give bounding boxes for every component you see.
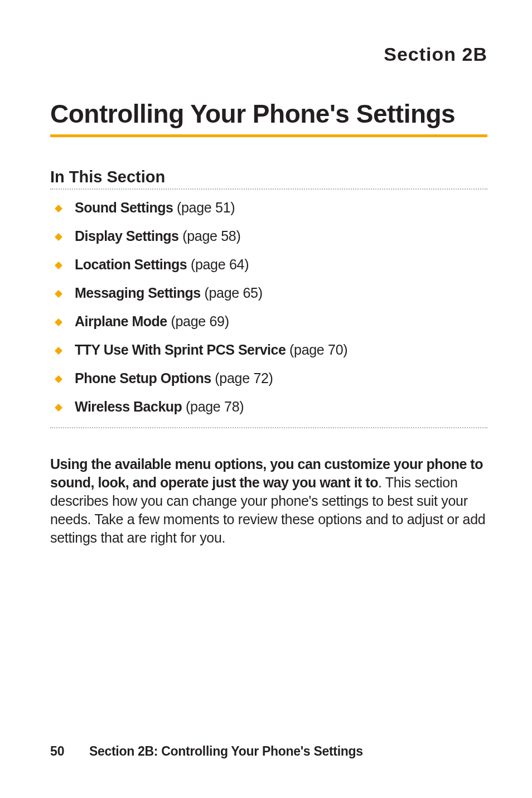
- svg-marker-5: [55, 347, 62, 355]
- svg-marker-6: [55, 375, 62, 383]
- diamond-bullet-icon: [55, 257, 62, 273]
- diamond-bullet-icon: [55, 285, 62, 301]
- page-footer: 50 Section 2B: Controlling Your Phone's …: [50, 744, 363, 759]
- intro-paragraph: Using the available menu options, you ca…: [50, 455, 487, 547]
- dotted-divider-top: [50, 188, 487, 190]
- toc-label: Display Settings: [75, 228, 179, 244]
- toc-label: Location Settings: [75, 257, 187, 272]
- toc-item: Wireless Backup (page 78): [55, 399, 487, 415]
- toc-list: Sound Settings (page 51) Display Setting…: [50, 200, 487, 415]
- toc-entry: Wireless Backup (page 78): [75, 399, 244, 415]
- diamond-bullet-icon: [55, 399, 62, 415]
- in-this-section-heading: In This Section: [50, 168, 487, 186]
- toc-item: Location Settings (page 64): [55, 257, 487, 273]
- toc-page-ref: (page 78): [182, 399, 244, 414]
- diamond-bullet-icon: [55, 228, 62, 244]
- footer-page-number: 50: [50, 744, 65, 758]
- toc-label: Phone Setup Options: [75, 370, 211, 386]
- page-title: Controlling Your Phone's Settings: [50, 99, 487, 129]
- svg-marker-0: [55, 205, 62, 212]
- toc-entry: Airplane Mode (page 69): [75, 313, 229, 330]
- footer-section-text: Section 2B: Controlling Your Phone's Set…: [89, 744, 363, 758]
- toc-item: TTY Use With Sprint PCS Service (page 70…: [55, 342, 487, 358]
- toc-item: Sound Settings (page 51): [55, 200, 487, 216]
- svg-marker-7: [55, 404, 62, 412]
- toc-item: Airplane Mode (page 69): [55, 313, 487, 330]
- toc-entry: TTY Use With Sprint PCS Service (page 70…: [75, 342, 347, 358]
- toc-entry: Phone Setup Options (page 72): [75, 370, 273, 386]
- toc-entry: Location Settings (page 64): [75, 257, 249, 273]
- diamond-bullet-icon: [55, 370, 62, 386]
- toc-page-ref: (page 58): [179, 228, 241, 244]
- toc-item: Messaging Settings (page 65): [55, 285, 487, 301]
- diamond-bullet-icon: [55, 200, 62, 216]
- dotted-divider-bottom: [50, 427, 487, 428]
- section-label: Section 2B: [50, 43, 487, 65]
- toc-item: Phone Setup Options (page 72): [55, 370, 487, 386]
- svg-marker-4: [55, 318, 62, 326]
- toc-page-ref: (page 64): [187, 257, 249, 272]
- toc-page-ref: (page 70): [286, 342, 347, 357]
- toc-label: Sound Settings: [75, 200, 173, 215]
- diamond-bullet-icon: [55, 313, 62, 330]
- title-underline: [50, 134, 487, 137]
- toc-entry: Sound Settings (page 51): [75, 200, 235, 216]
- toc-label: Wireless Backup: [75, 399, 182, 414]
- toc-page-ref: (page 51): [173, 200, 235, 215]
- toc-page-ref: (page 69): [167, 313, 229, 329]
- toc-item: Display Settings (page 58): [55, 228, 487, 244]
- svg-marker-3: [55, 290, 62, 298]
- toc-label: Messaging Settings: [75, 285, 201, 301]
- toc-page-ref: (page 72): [211, 370, 273, 386]
- toc-label: Airplane Mode: [75, 313, 167, 329]
- toc-entry: Display Settings (page 58): [75, 228, 240, 244]
- svg-marker-2: [55, 262, 62, 269]
- toc-label: TTY Use With Sprint PCS Service: [75, 342, 286, 357]
- toc-entry: Messaging Settings (page 65): [75, 285, 263, 301]
- svg-marker-1: [55, 233, 62, 241]
- toc-page-ref: (page 65): [201, 285, 263, 301]
- diamond-bullet-icon: [55, 342, 62, 358]
